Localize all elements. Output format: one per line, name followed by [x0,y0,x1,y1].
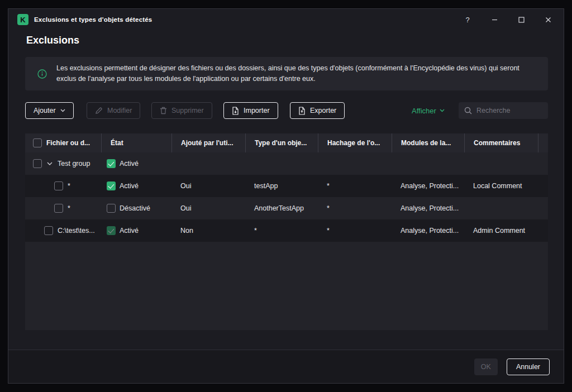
column-label: Commentaires [474,139,520,147]
column-label: Ajouté par l'uti... [181,139,233,147]
modules-cell: Analyse, Protecti... [392,219,464,242]
maximize-icon [518,17,525,23]
info-icon [37,69,47,79]
column-label: Type d'un obje... [255,139,307,147]
maximize-button[interactable] [512,12,530,27]
hash-cell: * [318,219,392,242]
close-icon [545,17,551,23]
column-label: Hachage de l'o... [327,139,380,147]
row-select-checkbox[interactable] [44,226,53,235]
file-cell: * [68,204,70,212]
group-name: Test group [58,160,90,168]
object-type-cell: * [245,219,318,242]
select-all-checkbox[interactable] [33,138,42,147]
exclusions-table: Fichier ou d... État Ajouté par l'uti...… [25,133,548,330]
comment-cell: Local Comment [464,175,538,197]
modules-cell: Analyse, Protecti... [392,197,464,219]
chevron-down-icon [440,109,445,112]
import-icon [232,107,239,115]
ok-button[interactable]: OK [474,358,498,375]
column-header-hash[interactable]: Hachage de l'o... [318,133,392,152]
column-label: État [111,139,123,147]
export-button-label: Exporter [310,107,336,114]
table-row[interactable]: * Activé Oui testApp * Analyse, Protecti… [25,175,548,197]
file-cell: C:\test\tes... [58,227,95,235]
search-box [459,102,548,119]
state-label: Activé [120,160,139,168]
table-row-group[interactable]: Test group Activé [25,152,548,175]
state-label: Activé [120,182,139,190]
column-header-object-type[interactable]: Type d'un obje... [245,133,318,152]
import-button[interactable]: Importer [223,102,278,119]
added-by-cell: Non [171,219,245,242]
comment-cell: Admin Comment [464,219,538,242]
page-title: Exclusions [26,35,79,46]
hash-cell: * [318,197,392,219]
table-row[interactable]: C:\test\tes... Activé Non * * Analyse, P… [25,219,548,242]
table-row[interactable]: * Désactivé Oui AnotherTestApp * Analyse… [25,197,548,219]
modules-cell: Analyse, Protecti... [392,175,464,197]
state-checkbox[interactable] [107,204,116,213]
row-select-checkbox[interactable] [54,204,63,213]
chevron-down-icon[interactable] [47,162,53,165]
file-cell: * [68,182,70,190]
info-banner: Les exclusions permettent de désigner de… [25,57,548,90]
column-header-state[interactable]: État [101,133,171,152]
help-button[interactable]: ? [459,12,476,27]
column-header-file[interactable]: Fichier ou d... [25,133,101,152]
import-button-label: Importer [244,107,270,114]
chevron-down-icon [60,109,65,112]
column-header-gutter [538,133,548,152]
row-select-checkbox[interactable] [33,159,42,168]
state-checkbox[interactable] [107,181,116,190]
show-dropdown-label: Afficher [412,107,436,115]
search-icon [464,107,472,114]
add-button-label: Ajouter [34,107,56,114]
export-button[interactable]: Exporter [290,102,345,119]
minimize-button[interactable] [485,12,503,27]
state-checkbox[interactable] [107,159,116,168]
row-select-checkbox[interactable] [54,181,63,190]
close-button[interactable] [539,12,557,27]
delete-button-label: Supprimer [171,107,204,114]
state-checkbox [107,226,116,235]
comment-cell [464,197,538,219]
added-by-cell: Oui [171,175,245,197]
add-button[interactable]: Ajouter [25,102,74,119]
minimize-icon [492,17,498,23]
export-icon [298,107,306,115]
edit-button-label: Modifier [107,107,132,114]
delete-button[interactable]: Supprimer [151,102,212,119]
app-window: K Exclusions et types d'objets détectés … [8,8,564,384]
cancel-button[interactable]: Annuler [507,358,550,375]
pencil-icon [95,107,103,114]
added-by-cell: Oui [171,197,245,219]
titlebar: K Exclusions et types d'objets détectés … [8,9,564,30]
hash-cell: * [318,175,392,197]
state-label: Désactivé [120,204,150,212]
object-type-cell: AnotherTestApp [245,197,318,219]
search-input[interactable] [476,107,542,114]
column-header-modules[interactable]: Modules de la... [392,133,464,152]
dialog-footer: OK Annuler [8,350,564,383]
show-dropdown[interactable]: Afficher [412,102,445,119]
column-label: Modules de la... [401,139,451,147]
trash-icon [160,107,167,114]
edit-button[interactable]: Modifier [87,102,140,119]
table-header: Fichier ou d... État Ajouté par l'uti...… [25,133,548,152]
window-controls: ? [450,12,557,27]
column-label: Fichier ou d... [46,139,90,147]
window-title: Exclusions et types d'objets détectés [34,16,152,23]
kaspersky-logo-icon: K [17,14,28,25]
column-header-comments[interactable]: Commentaires [464,133,538,152]
state-label: Activé [120,227,139,235]
object-type-cell: testApp [245,175,318,197]
column-header-added-by[interactable]: Ajouté par l'uti... [171,133,245,152]
info-text: Les exclusions permettent de désigner de… [56,63,536,84]
